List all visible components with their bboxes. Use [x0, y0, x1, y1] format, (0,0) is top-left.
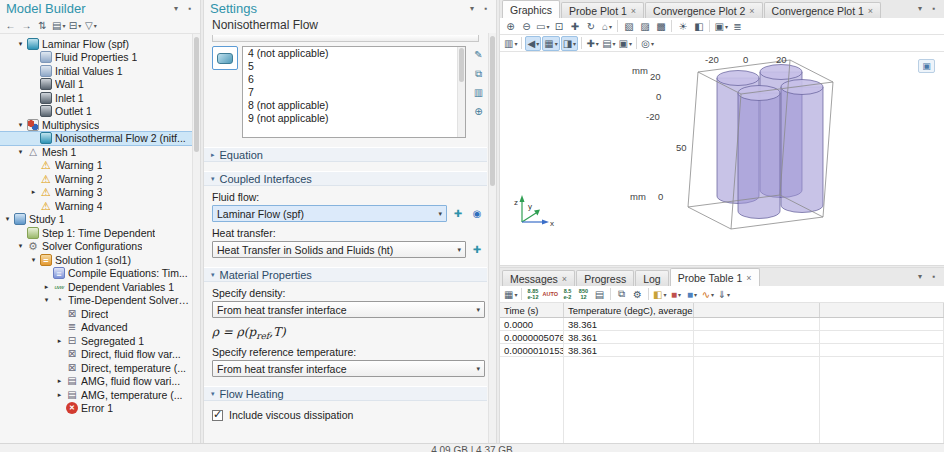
- image-snapshot-button[interactable]: ▣▾: [713, 19, 728, 34]
- graphics-tab[interactable]: Convergence Plot 1×: [764, 2, 882, 18]
- zoom-box-button[interactable]: ▭▾: [535, 19, 550, 34]
- tree-item[interactable]: ⚠Warning 1: [0, 159, 200, 173]
- selection-list-item[interactable]: 9 (not applicable): [243, 112, 465, 125]
- image-button[interactable]: ▣▾: [618, 36, 633, 51]
- tree-item[interactable]: ▾Laminar Flow (spf): [0, 37, 200, 51]
- table-cell[interactable]: [820, 318, 944, 330]
- tree-item[interactable]: ⊠Direct, fluid flow var...: [0, 348, 200, 362]
- selection-list-item[interactable]: 5: [243, 60, 465, 73]
- back-button[interactable]: ←: [3, 18, 18, 33]
- tree-item[interactable]: ▾Study 1: [0, 213, 200, 227]
- table-row[interactable]: 0.0000005076338.361: [500, 331, 944, 344]
- rotate-button[interactable]: ↻: [583, 19, 598, 34]
- plot-table-button[interactable]: ∿▾: [700, 287, 715, 302]
- scrollbar-thumb[interactable]: [194, 37, 199, 152]
- forward-button[interactable]: →: [19, 18, 34, 33]
- show-button[interactable]: ▤▾: [51, 18, 66, 33]
- expander-icon[interactable]: ▸: [28, 188, 39, 196]
- expander-icon[interactable]: ▾: [15, 242, 26, 250]
- panel-menu-icon[interactable]: [170, 3, 182, 15]
- panel-dock-icon[interactable]: [928, 271, 940, 283]
- highlight-cells-button[interactable]: ◧▾: [652, 287, 667, 302]
- heat-transfer-select[interactable]: Heat Transfer in Solids and Fluids (ht) …: [212, 241, 466, 258]
- expander-icon[interactable]: ▸: [41, 283, 52, 291]
- table-cell[interactable]: 38.361: [564, 344, 694, 356]
- export-table-button[interactable]: ⇓▾: [716, 287, 731, 302]
- scrollbar-thumb[interactable]: [490, 36, 495, 186]
- copy-selection-button[interactable]: ⧉: [472, 67, 486, 81]
- expander-icon[interactable]: ▾: [15, 148, 26, 156]
- expander-icon[interactable]: ▸: [54, 391, 65, 399]
- tree-item[interactable]: ⚠Warning 2: [0, 172, 200, 186]
- table-cell[interactable]: 0.0000010153: [500, 344, 564, 356]
- selection-list-scrollbar[interactable]: [457, 47, 465, 137]
- table-cell[interactable]: 38.361: [564, 331, 694, 343]
- color-table-button[interactable]: ◨▾: [561, 36, 578, 51]
- selection-list-item[interactable]: 4 (not applicable): [243, 47, 465, 60]
- tree-item[interactable]: ▸⚠Warning 3: [0, 186, 200, 200]
- tree-item[interactable]: ▸▤AMG, temperature (...: [0, 388, 200, 402]
- tree-item[interactable]: Nonisothermal Flow 2 (nitf...: [0, 132, 200, 146]
- pan-button[interactable]: ✚: [567, 19, 582, 34]
- tree-item[interactable]: ✕Error 1: [0, 402, 200, 416]
- close-tab-icon[interactable]: ×: [746, 273, 751, 283]
- tree-item[interactable]: Wall 1: [0, 78, 200, 92]
- table-cell[interactable]: [694, 344, 820, 356]
- expander-icon[interactable]: ▾: [2, 215, 13, 223]
- results-tab[interactable]: Probe Table 1×: [670, 268, 760, 286]
- zoom-to-selection-button[interactable]: ⊕: [472, 105, 486, 119]
- zoom-out-button[interactable]: ⊖: [519, 19, 534, 34]
- section-material-properties[interactable]: Material Properties: [204, 267, 487, 282]
- zoom-extents-button[interactable]: ⊡: [551, 19, 566, 34]
- section-flow-heating[interactable]: Flow Heating: [204, 386, 487, 401]
- graphics-tab[interactable]: Probe Plot 1×: [561, 2, 644, 18]
- panel-menu-icon[interactable]: [466, 3, 478, 15]
- close-tab-icon[interactable]: ×: [749, 6, 754, 16]
- tree-item[interactable]: ▸▤AMG, fluid flow vari...: [0, 375, 200, 389]
- model-tree-filter-button[interactable]: ▽▾: [83, 18, 98, 33]
- table-cell[interactable]: 38.361: [564, 318, 694, 330]
- selection-list-item[interactable]: 7: [243, 86, 465, 99]
- view-zx-button[interactable]: ▩: [653, 19, 668, 34]
- panel-menu-icon[interactable]: [914, 271, 926, 283]
- transparency-button[interactable]: ◧: [691, 19, 706, 34]
- results-tab[interactable]: Progress: [576, 270, 634, 286]
- close-tab-icon[interactable]: ×: [562, 274, 567, 284]
- tree-item[interactable]: ▾Multiphysics: [0, 118, 200, 132]
- geometry-cylinders[interactable]: [717, 65, 823, 219]
- plot-in-button[interactable]: ▦▾: [542, 36, 559, 51]
- table-cell[interactable]: [694, 318, 820, 330]
- panel-dock-icon[interactable]: [480, 3, 492, 15]
- column-header[interactable]: [694, 303, 820, 317]
- fluid-flow-select[interactable]: Laminar Flow (spf) ▾: [212, 205, 447, 222]
- tree-item[interactable]: ▾△Mesh 1: [0, 145, 200, 159]
- tree-item[interactable]: ≡Compile Equations: Tim...: [0, 267, 200, 281]
- plot-data-button[interactable]: ▤▾: [601, 36, 616, 51]
- panel-menu-icon[interactable]: [914, 3, 926, 15]
- max-color-button[interactable]: ■▾: [668, 287, 683, 302]
- expander-icon[interactable]: ▸: [54, 337, 65, 345]
- precision-sci-button[interactable]: 8.85e-12: [525, 287, 540, 302]
- precision-auto-button[interactable]: AUTO: [541, 287, 558, 302]
- table-cell[interactable]: 0.0000: [500, 318, 564, 330]
- close-tab-icon[interactable]: ×: [868, 6, 873, 16]
- tree-item[interactable]: Step 1: Time Dependent: [0, 226, 200, 240]
- scrollbar-thumb[interactable]: [459, 48, 464, 82]
- active-selection-toggle[interactable]: [212, 46, 238, 70]
- results-tab[interactable]: Messages×: [502, 270, 575, 286]
- scene-settings-button[interactable]: ◎▾: [640, 36, 655, 51]
- plot-group-button[interactable]: ▥▾: [503, 36, 518, 51]
- section-equation[interactable]: Equation: [204, 147, 487, 162]
- add-physics-button[interactable]: [469, 242, 485, 258]
- full-precision-button[interactable]: ▤: [592, 287, 607, 302]
- tree-item[interactable]: Outlet 1: [0, 105, 200, 119]
- graphics-tab[interactable]: Graphics: [502, 0, 560, 18]
- table-format-button[interactable]: ▦▾: [503, 287, 518, 302]
- tree-item[interactable]: ≣Advanced: [0, 321, 200, 335]
- precision-eng-button[interactable]: 8.5e-2: [560, 287, 575, 302]
- graphics-tab[interactable]: Convergence Plot 2×: [645, 2, 763, 18]
- table-settings-button[interactable]: ⚙: [630, 287, 645, 302]
- close-tab-icon[interactable]: ×: [631, 6, 636, 16]
- first-plot-button[interactable]: ◀▾: [525, 36, 541, 51]
- reference-temperature-select[interactable]: From heat transfer interface ▾: [212, 360, 485, 377]
